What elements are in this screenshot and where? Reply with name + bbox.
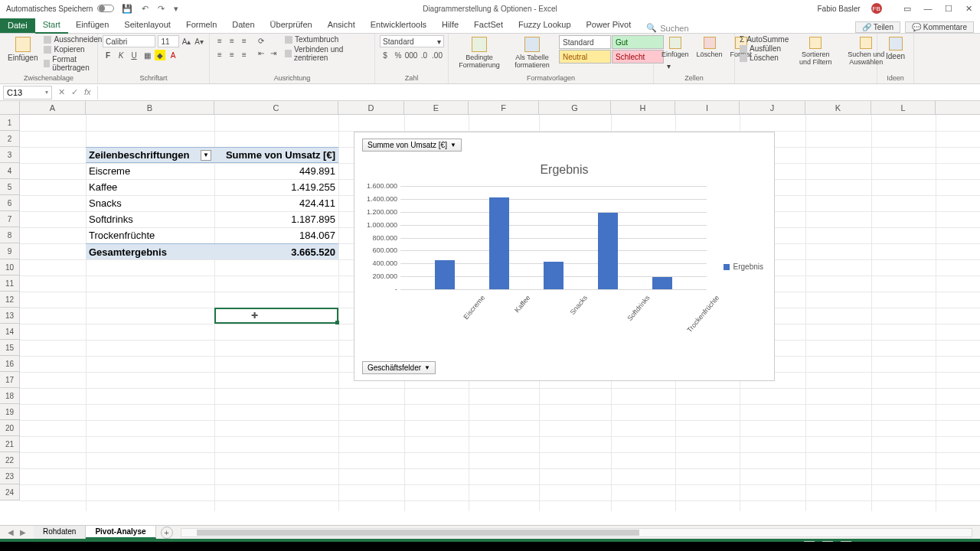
autosave-toggle[interactable] bbox=[97, 5, 114, 12]
insert-cells-button[interactable]: Einfügen bbox=[658, 35, 692, 60]
sheet-tab-rohdaten[interactable]: Rohdaten bbox=[34, 526, 86, 539]
fx-icon[interactable]: fx bbox=[84, 87, 91, 97]
number-format-select[interactable]: Standard ▾ bbox=[380, 35, 444, 47]
col-header-C[interactable]: C bbox=[214, 101, 338, 114]
tab-start[interactable]: Start bbox=[35, 18, 68, 34]
wrap-text-button[interactable]: Textumbruch bbox=[285, 35, 370, 44]
format-as-table-button[interactable]: Als Tabelle formatieren bbox=[508, 35, 556, 70]
search-placeholder[interactable]: Suchen bbox=[660, 24, 688, 33]
align-left-icon[interactable]: ≡ bbox=[214, 50, 225, 60]
tab-einfügen[interactable]: Einfügen bbox=[68, 18, 116, 33]
chart-bar[interactable] bbox=[489, 197, 509, 289]
bold-button[interactable]: F bbox=[103, 50, 113, 60]
col-header-L[interactable]: L bbox=[871, 101, 936, 114]
tab-daten[interactable]: Daten bbox=[224, 18, 262, 33]
fill-button[interactable]: Ausfüllen bbox=[740, 44, 789, 53]
row-header-6[interactable]: 6 bbox=[0, 195, 20, 211]
col-header-B[interactable]: B bbox=[86, 101, 214, 114]
row-header-19[interactable]: 19 bbox=[0, 404, 20, 420]
chart-bar[interactable] bbox=[652, 277, 672, 289]
pivot-cell[interactable]: Gesamtergebnis bbox=[86, 243, 214, 259]
tab-formeln[interactable]: Formeln bbox=[178, 18, 224, 33]
row-header-15[interactable]: 15 bbox=[0, 340, 20, 356]
pivot-cell[interactable]: Snacks bbox=[86, 195, 214, 211]
qat-dropdown-icon[interactable]: ▾ bbox=[174, 4, 178, 14]
accept-formula-icon[interactable]: ✓ bbox=[71, 87, 78, 97]
cut-button[interactable]: Ausschneiden bbox=[44, 35, 102, 44]
pivot-cell[interactable]: Softdrinks bbox=[86, 211, 214, 227]
formula-input[interactable] bbox=[97, 86, 980, 99]
row-header-17[interactable]: 17 bbox=[0, 372, 20, 388]
font-size-select[interactable]: 11 bbox=[158, 35, 178, 47]
decrease-font-icon[interactable]: A▾ bbox=[194, 36, 204, 47]
tab-factset[interactable]: FactSet bbox=[466, 18, 511, 33]
pivot-cell[interactable]: Kaffee bbox=[86, 179, 214, 195]
autosum-button[interactable]: ΣAutoSumme bbox=[740, 35, 789, 44]
col-header-D[interactable]: D bbox=[338, 101, 404, 114]
avatar[interactable]: FB bbox=[871, 3, 882, 14]
add-sheet-button[interactable]: + bbox=[161, 527, 173, 539]
indent-decrease-icon[interactable]: ⇤ bbox=[256, 47, 266, 58]
row-header-21[interactable]: 21 bbox=[0, 436, 20, 452]
close-icon[interactable]: ✕ bbox=[965, 4, 972, 13]
col-header-F[interactable]: F bbox=[469, 101, 539, 114]
pivot-cell[interactable]: 449.891 bbox=[214, 163, 338, 179]
paste-button[interactable]: Einfügen bbox=[5, 35, 41, 64]
chart-bar[interactable] bbox=[435, 260, 455, 289]
comments-button[interactable]: 💬 Kommentare bbox=[905, 21, 974, 33]
pivot-cell[interactable]: 3.665.520 bbox=[214, 243, 338, 259]
cell-styles-gallery[interactable]: Standard Gut Neutral Schlecht bbox=[559, 35, 664, 64]
cancel-formula-icon[interactable]: ✕ bbox=[58, 87, 65, 97]
inc-decimal-icon[interactable]: .0 bbox=[419, 50, 430, 60]
sheet-tab-pivot-analyse[interactable]: Pivot-Analyse bbox=[86, 526, 155, 539]
fill-color-button[interactable]: ◆ bbox=[155, 50, 165, 60]
tab-file[interactable]: Datei bbox=[0, 18, 35, 33]
sheet-nav-next-icon[interactable]: ▶ bbox=[20, 528, 26, 536]
name-box[interactable]: C13▾ bbox=[3, 86, 52, 99]
select-all-corner[interactable] bbox=[0, 101, 20, 114]
clear-button[interactable]: Löschen bbox=[740, 54, 789, 62]
col-header-A[interactable]: A bbox=[20, 101, 86, 114]
row-header-4[interactable]: 4 bbox=[0, 163, 20, 179]
row-header-23[interactable]: 23 bbox=[0, 468, 20, 484]
merge-button[interactable]: Verbinden und zentrieren bbox=[285, 45, 370, 62]
delete-cells-button[interactable]: Löschen bbox=[694, 35, 726, 60]
comma-icon[interactable]: 000 bbox=[406, 50, 416, 60]
underline-button[interactable]: U bbox=[129, 50, 139, 60]
tab-überprüfen[interactable]: Überprüfen bbox=[263, 18, 320, 33]
dec-decimal-icon[interactable]: .00 bbox=[432, 50, 443, 60]
undo-icon[interactable]: ↶ bbox=[142, 4, 149, 14]
col-header-E[interactable]: E bbox=[404, 101, 469, 114]
pivot-cell[interactable]: 1.419.255 bbox=[214, 179, 338, 195]
row-header-3[interactable]: 3 bbox=[0, 147, 20, 163]
row-header-24[interactable]: 24 bbox=[0, 484, 20, 500]
ribbon-options-icon[interactable]: ▭ bbox=[903, 4, 911, 13]
border-button[interactable]: ▦ bbox=[142, 50, 152, 60]
chart-axis-filter-button[interactable]: Geschäftsfelder ▼ bbox=[362, 361, 436, 374]
row-header-22[interactable]: 22 bbox=[0, 452, 20, 468]
increase-font-icon[interactable]: A▴ bbox=[181, 36, 192, 47]
font-name-select[interactable]: Calibri bbox=[103, 35, 155, 47]
pivot-cell[interactable]: 424.411 bbox=[214, 195, 338, 211]
format-painter-button[interactable]: Format übertragen bbox=[44, 55, 102, 72]
pivot-cell[interactable]: Trockenfrüchte bbox=[86, 227, 214, 243]
italic-button[interactable]: K bbox=[116, 50, 126, 60]
pivot-row-dropdown[interactable]: ▼ bbox=[201, 150, 211, 161]
col-header-H[interactable]: H bbox=[611, 101, 675, 114]
row-header-18[interactable]: 18 bbox=[0, 388, 20, 404]
row-header-11[interactable]: 11 bbox=[0, 276, 20, 292]
col-header-J[interactable]: J bbox=[740, 101, 805, 114]
sheet-nav-prev-icon[interactable]: ◀ bbox=[8, 528, 14, 536]
chart-bar[interactable] bbox=[598, 213, 618, 289]
row-header-14[interactable]: 14 bbox=[0, 324, 20, 340]
row-header-20[interactable]: 20 bbox=[0, 420, 20, 436]
pivot-cell[interactable]: 184.067 bbox=[214, 227, 338, 243]
pivot-chart[interactable]: Summe von Umsatz [€] ▼ Ergebnis 1.600.00… bbox=[354, 132, 775, 381]
row-header-7[interactable]: 7 bbox=[0, 211, 20, 227]
redo-icon[interactable]: ↷ bbox=[158, 4, 165, 14]
row-header-13[interactable]: 13 bbox=[0, 308, 20, 324]
minimize-icon[interactable]: — bbox=[923, 4, 932, 13]
tab-entwicklertools[interactable]: Entwicklertools bbox=[363, 18, 434, 33]
orientation-icon[interactable]: ⟳ bbox=[256, 35, 266, 46]
percent-icon[interactable]: % bbox=[393, 50, 403, 60]
